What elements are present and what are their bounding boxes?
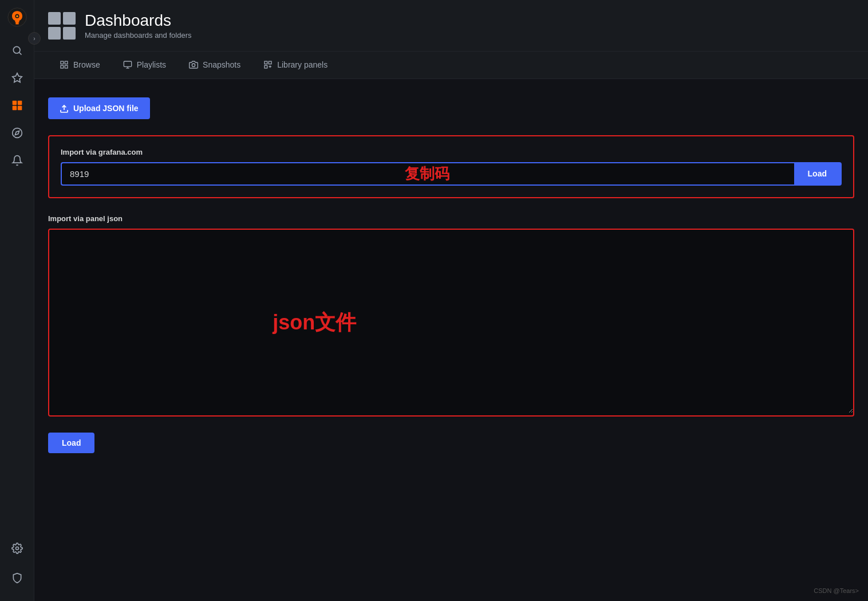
svg-point-4 bbox=[13, 46, 20, 53]
svg-rect-7 bbox=[12, 101, 17, 105]
dashboards-nav-icon[interactable] bbox=[6, 94, 29, 117]
playlists-tab-label: Playlists bbox=[137, 60, 166, 69]
svg-marker-6 bbox=[12, 73, 22, 83]
starred-nav-icon[interactable] bbox=[6, 66, 29, 89]
settings-nav-icon[interactable] bbox=[6, 537, 29, 560]
page-subtitle: Manage dashboards and folders bbox=[85, 31, 191, 40]
svg-rect-9 bbox=[12, 106, 17, 111]
panel-json-box: json文件 bbox=[48, 229, 854, 417]
playlists-tab[interactable]: Playlists bbox=[112, 52, 177, 78]
browse-tab-label: Browse bbox=[73, 60, 100, 69]
svg-rect-22 bbox=[265, 61, 267, 64]
snapshots-tab-icon bbox=[189, 60, 198, 69]
panel-json-textarea[interactable] bbox=[49, 230, 853, 413]
svg-point-11 bbox=[12, 128, 22, 138]
playlists-tab-icon bbox=[123, 60, 132, 69]
search-nav-icon[interactable] bbox=[6, 39, 29, 62]
panel-json-label: Import via panel json bbox=[48, 214, 854, 223]
library-panels-tab-label: Library panels bbox=[277, 60, 328, 69]
bottom-load-button[interactable]: Load bbox=[48, 433, 94, 453]
library-panels-tab[interactable]: Library panels bbox=[252, 52, 339, 78]
svg-point-21 bbox=[192, 64, 195, 66]
watermark: CSDN @Tears> bbox=[814, 587, 859, 594]
svg-marker-12 bbox=[15, 131, 19, 135]
main-content: Dashboards Manage dashboards and folders… bbox=[34, 0, 868, 601]
browse-tab[interactable]: Browse bbox=[48, 52, 112, 78]
explore-nav-icon[interactable] bbox=[6, 121, 29, 144]
import-grafana-label: Import via grafana.com bbox=[61, 148, 842, 156]
dashboards-header-icon bbox=[48, 12, 76, 40]
svg-rect-10 bbox=[17, 106, 22, 111]
grafana-input-wrapper: 复制码 bbox=[61, 162, 794, 186]
alerting-nav-icon[interactable] bbox=[6, 149, 29, 172]
svg-rect-16 bbox=[61, 66, 64, 69]
svg-point-3 bbox=[16, 15, 18, 17]
svg-point-13 bbox=[15, 547, 18, 550]
sidebar-collapse-button[interactable]: › bbox=[28, 32, 41, 45]
svg-rect-17 bbox=[65, 66, 68, 69]
svg-line-5 bbox=[19, 53, 21, 55]
svg-rect-1 bbox=[15, 22, 18, 25]
upload-json-label: Upload JSON file bbox=[73, 104, 139, 113]
svg-rect-15 bbox=[65, 61, 68, 64]
page-title: Dashboards bbox=[85, 11, 191, 30]
tab-bar: Browse Playlists Snapshots bbox=[34, 52, 868, 79]
grafana-load-button[interactable]: Load bbox=[794, 162, 842, 186]
page-header: Dashboards Manage dashboards and folders bbox=[34, 0, 868, 52]
snapshots-tab[interactable]: Snapshots bbox=[177, 52, 252, 78]
content-area: Upload JSON file Import via grafana.com … bbox=[34, 79, 868, 601]
sidebar: › bbox=[0, 0, 34, 601]
grafana-input-row: 复制码 Load bbox=[61, 162, 842, 186]
upload-json-button[interactable]: Upload JSON file bbox=[48, 97, 150, 119]
header-text-block: Dashboards Manage dashboards and folders bbox=[85, 11, 191, 40]
svg-rect-8 bbox=[17, 101, 22, 105]
import-panel-json-section: Import via panel json json文件 bbox=[48, 214, 854, 417]
svg-rect-24 bbox=[265, 66, 267, 69]
upload-icon bbox=[60, 103, 69, 113]
import-grafana-section: Import via grafana.com 复制码 Load bbox=[48, 135, 854, 198]
svg-rect-18 bbox=[124, 61, 131, 66]
grafana-id-input[interactable] bbox=[61, 162, 794, 186]
svg-rect-23 bbox=[269, 61, 272, 64]
grafana-logo[interactable] bbox=[7, 7, 27, 28]
shield-nav-icon[interactable] bbox=[6, 567, 29, 590]
svg-rect-14 bbox=[61, 61, 64, 64]
library-panels-tab-icon bbox=[263, 60, 273, 69]
browse-tab-icon bbox=[60, 60, 69, 69]
snapshots-tab-label: Snapshots bbox=[203, 60, 240, 69]
